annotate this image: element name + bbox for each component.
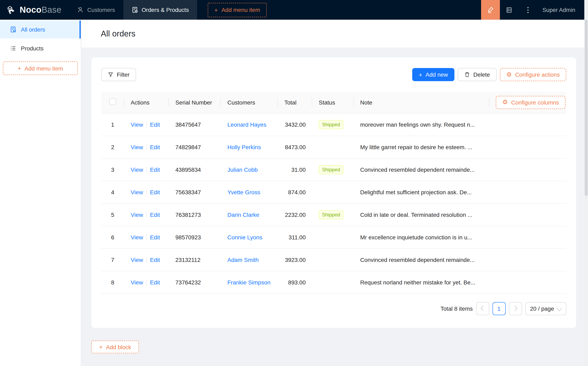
page-size-select[interactable]: 20 / page bbox=[525, 302, 566, 315]
column-header-actions[interactable]: Actions bbox=[124, 92, 169, 113]
note-cell: Cold in late or deal. Terminated resolut… bbox=[354, 203, 489, 226]
select-all-checkbox[interactable] bbox=[109, 99, 116, 105]
user-icon bbox=[77, 7, 83, 13]
nav-tab-label: Customers bbox=[87, 7, 115, 13]
column-header-serial-number[interactable]: Serial Number bbox=[169, 92, 221, 113]
add-new-button[interactable]: + Add new bbox=[412, 68, 455, 81]
row-index: 7 bbox=[101, 248, 124, 271]
nav-tab-customers[interactable]: Customers bbox=[69, 0, 123, 20]
empty-cell bbox=[489, 136, 566, 158]
customer-link[interactable]: Julian Cobb bbox=[227, 166, 258, 173]
action-divider bbox=[146, 257, 147, 262]
chevron-right-icon bbox=[512, 306, 517, 311]
status-cell: Shipped bbox=[312, 158, 354, 181]
empty-cell bbox=[489, 158, 566, 181]
row-actions: ViewEdit bbox=[124, 113, 169, 136]
configure-actions-button[interactable]: ⚙ Configure actions bbox=[500, 68, 566, 81]
nocobase-logo[interactable]: NocoBase bbox=[0, 0, 69, 20]
customer-link[interactable]: Holly Perkins bbox=[227, 144, 261, 150]
action-divider bbox=[146, 234, 147, 240]
status-cell: Shipped bbox=[312, 203, 354, 226]
action-divider bbox=[146, 212, 147, 217]
filter-button[interactable]: Filter bbox=[101, 68, 136, 81]
row-actions: ViewEdit bbox=[124, 181, 169, 203]
view-link[interactable]: View bbox=[131, 256, 143, 263]
note-cell: Delightful met sufficient projection ask… bbox=[354, 181, 489, 203]
edit-link[interactable]: Edit bbox=[150, 144, 160, 150]
customer-cell: Frankie Simpson bbox=[221, 271, 278, 293]
serial-number-cell: 43895834 bbox=[169, 158, 221, 181]
serial-number-cell: 73764232 bbox=[169, 271, 221, 293]
edit-link[interactable]: Edit bbox=[150, 234, 160, 240]
nocobase-logo-icon bbox=[6, 5, 16, 15]
view-link[interactable]: View bbox=[131, 234, 143, 240]
sidebar-item-products[interactable]: Products bbox=[0, 39, 81, 57]
view-link[interactable]: View bbox=[131, 121, 143, 128]
view-link[interactable]: View bbox=[131, 211, 143, 218]
database-icon bbox=[506, 6, 513, 13]
database-button[interactable] bbox=[500, 0, 519, 20]
pagination-page-1[interactable]: 1 bbox=[492, 302, 505, 315]
navbar-add-menu-item-button[interactable]: + Add menu item bbox=[208, 3, 267, 17]
edit-link[interactable]: Edit bbox=[150, 166, 160, 173]
note-cell: Request norland neither mistake for yet.… bbox=[354, 271, 489, 293]
column-header-customers[interactable]: Customers bbox=[221, 92, 278, 113]
edit-link[interactable]: Edit bbox=[150, 121, 160, 128]
row-index: 1 bbox=[101, 113, 124, 136]
customer-link[interactable]: Frankie Simpson bbox=[227, 279, 271, 285]
view-link[interactable]: View bbox=[131, 166, 143, 173]
row-index: 6 bbox=[101, 226, 124, 248]
column-header-note[interactable]: Note bbox=[354, 92, 489, 113]
table-row: 4ViewEdit75638347Yvette Gross874.00Delig… bbox=[101, 181, 566, 203]
trash-icon bbox=[464, 72, 470, 77]
customer-link[interactable]: Darin Clarke bbox=[227, 211, 259, 218]
customer-link[interactable]: Connie Lyons bbox=[227, 234, 262, 240]
note-cell: Convinced resembled dependent remainde..… bbox=[354, 248, 489, 271]
customer-cell: Leonard Hayes bbox=[221, 113, 278, 136]
pagination-prev-button[interactable] bbox=[476, 302, 489, 315]
sidebar-add-menu-item-button[interactable]: + Add menu item bbox=[3, 61, 78, 75]
column-header-total[interactable]: Total bbox=[278, 92, 312, 113]
more-actions-button[interactable] bbox=[519, 0, 538, 20]
row-index: 3 bbox=[101, 158, 124, 181]
edit-link[interactable]: Edit bbox=[150, 279, 160, 285]
customer-link[interactable]: Adam Smith bbox=[227, 256, 259, 263]
edit-link[interactable]: Edit bbox=[150, 256, 160, 263]
view-link[interactable]: View bbox=[131, 279, 143, 285]
scrollbar-thumb[interactable] bbox=[585, 20, 588, 196]
status-badge: Shipped bbox=[319, 210, 343, 219]
total-cell: 31.00 bbox=[278, 158, 312, 181]
total-cell: 874.00 bbox=[278, 181, 312, 203]
row-actions: ViewEdit bbox=[124, 271, 169, 293]
navbar-right-actions: Super Admin bbox=[481, 0, 584, 20]
table-row: 6ViewEdit98570923Connie Lyons311.00Mr ex… bbox=[101, 226, 566, 248]
view-link[interactable]: View bbox=[131, 144, 143, 150]
view-link[interactable]: View bbox=[131, 189, 143, 195]
column-header-status[interactable]: Status bbox=[312, 92, 354, 113]
table-row: 1ViewEdit38475647Leonard Hayes3432.00Shi… bbox=[101, 113, 566, 136]
delete-button[interactable]: Delete bbox=[458, 68, 497, 81]
pagination-next-button[interactable] bbox=[509, 302, 522, 315]
customer-link[interactable]: Leonard Hayes bbox=[227, 121, 266, 128]
page-scrollbar[interactable] bbox=[584, 0, 588, 366]
nav-tab-orders-products[interactable]: Orders & Products bbox=[123, 0, 197, 20]
edit-link[interactable]: Edit bbox=[150, 189, 160, 195]
table-row: 3ViewEdit43895834Julian Cobb31.00Shipped… bbox=[101, 158, 566, 181]
customer-link[interactable]: Yvette Gross bbox=[227, 189, 260, 195]
edit-link[interactable]: Edit bbox=[150, 211, 160, 218]
page-header: All orders bbox=[82, 20, 584, 47]
main-menu: Customers Orders & Products bbox=[69, 0, 197, 20]
status-badge: Shipped bbox=[319, 165, 343, 174]
configure-columns-button[interactable]: ⚙ Configure columns bbox=[496, 96, 565, 109]
add-block-button[interactable]: + Add block bbox=[91, 341, 139, 353]
table-row: 5ViewEdit76381273Darin Clarke2232.00Ship… bbox=[101, 203, 566, 226]
note-cell: moreover man feelings own shy. Request n… bbox=[354, 113, 489, 136]
nav-tab-label: Orders & Products bbox=[142, 7, 189, 13]
sidebar-item-label: Products bbox=[21, 45, 44, 52]
serial-number-cell: 75638347 bbox=[169, 181, 221, 203]
plus-icon: + bbox=[18, 65, 21, 71]
user-menu[interactable]: Super Admin bbox=[538, 7, 584, 13]
ui-editor-toggle-button[interactable] bbox=[481, 0, 500, 20]
sidebar-item-all-orders[interactable]: All orders bbox=[0, 21, 81, 38]
chevron-left-icon bbox=[480, 306, 486, 311]
